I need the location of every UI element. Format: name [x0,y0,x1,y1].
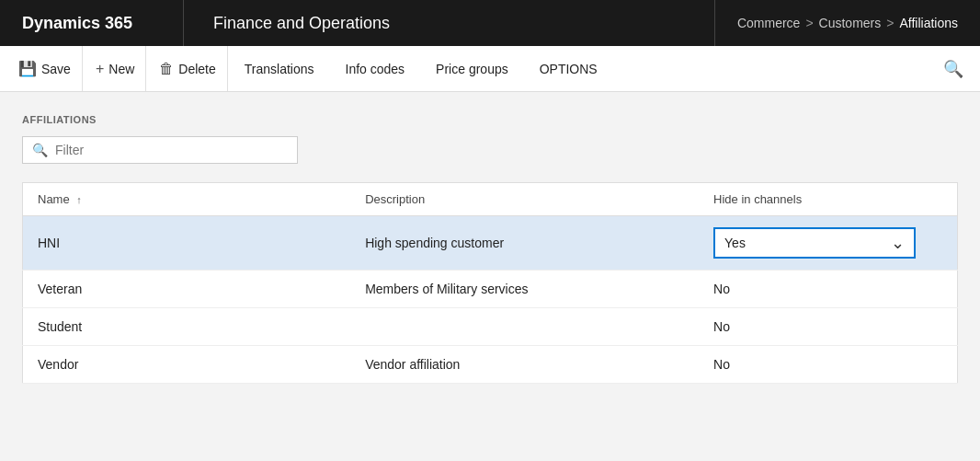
cell-description [350,308,699,346]
toolbar: 💾 Save + New 🗑 Delete Translations Info … [0,46,980,92]
delete-icon: 🗑 [159,61,174,77]
cell-description: Members of Military services [350,271,699,308]
search-icon[interactable]: 🔍 [943,59,963,79]
column-name-label: Name [38,192,70,206]
chevron-down-icon: ⌄ [891,233,905,253]
main-content: AFFILIATIONS 🔍 Name ↑ Description Hide i… [0,92,980,406]
filter-input[interactable] [55,143,288,157]
table-row[interactable]: VeteranMembers of Military servicesNo [23,271,958,308]
column-header-description: Description [350,183,699,216]
delete-label: Delete [178,62,215,76]
options-button[interactable]: OPTIONS [525,46,612,91]
filter-container: 🔍 [22,136,298,164]
hide-in-channels-dropdown[interactable]: Yes⌄ [713,227,916,259]
breadcrumb-sep-2: > [886,16,894,30]
dropdown-value: Yes [724,236,746,250]
column-hide-label: Hide in channels [713,192,802,206]
app-label: Finance and Operations [213,14,390,33]
translations-button[interactable]: Translations [230,46,329,91]
table-row[interactable]: VendorVendor affiliationNo [23,346,958,384]
filter-search-icon: 🔍 [32,143,48,157]
cell-name: Student [23,308,351,346]
info-codes-label: Info codes [346,62,405,76]
column-header-name[interactable]: Name ↑ [23,183,351,216]
save-label: Save [41,62,71,76]
price-groups-button[interactable]: Price groups [421,46,523,91]
new-button[interactable]: + New [85,46,146,91]
cell-name: Vendor [23,346,351,384]
table-row[interactable]: HNIHigh spending customerYes⌄ [23,216,958,271]
breadcrumb-sep-1: > [805,16,813,30]
top-nav: Dynamics 365 Finance and Operations Comm… [0,0,980,46]
column-header-hide-in-channels: Hide in channels [699,183,957,216]
info-codes-button[interactable]: Info codes [331,46,420,91]
save-button[interactable]: 💾 Save [7,46,83,91]
price-groups-label: Price groups [436,62,508,76]
app-name: Finance and Operations [184,0,715,46]
cell-description: Vendor affiliation [350,346,699,384]
breadcrumb-affiliations: Affiliations [899,16,958,30]
breadcrumb-customers[interactable]: Customers [819,16,882,30]
brand-label: Dynamics 365 [22,14,132,33]
options-label: OPTIONS [540,62,598,76]
cell-hide-in-channels: No [699,308,957,346]
cell-hide-in-channels: No [699,346,957,384]
table-header-row: Name ↑ Description Hide in channels [23,183,958,216]
cell-hide-in-channels[interactable]: Yes⌄ [699,216,957,271]
search-area[interactable]: 🔍 [934,59,973,79]
brand-logo: Dynamics 365 [0,0,184,46]
table-row[interactable]: StudentNo [23,308,958,346]
new-label: New [108,62,134,76]
breadcrumb-commerce[interactable]: Commerce [737,16,800,30]
save-icon: 💾 [18,60,37,77]
column-description-label: Description [365,192,425,206]
sort-arrow-name: ↑ [76,194,82,205]
cell-hide-in-channels: No [699,271,957,308]
plus-icon: + [96,61,104,77]
cell-name: Veteran [23,271,351,308]
translations-label: Translations [245,62,314,76]
affiliations-table: Name ↑ Description Hide in channels HNIH… [22,182,958,384]
cell-description: High spending customer [350,216,699,271]
section-title: AFFILIATIONS [22,114,958,125]
delete-button[interactable]: 🗑 Delete [148,46,227,91]
breadcrumb: Commerce > Customers > Affiliations [715,0,980,46]
cell-name: HNI [23,216,351,271]
